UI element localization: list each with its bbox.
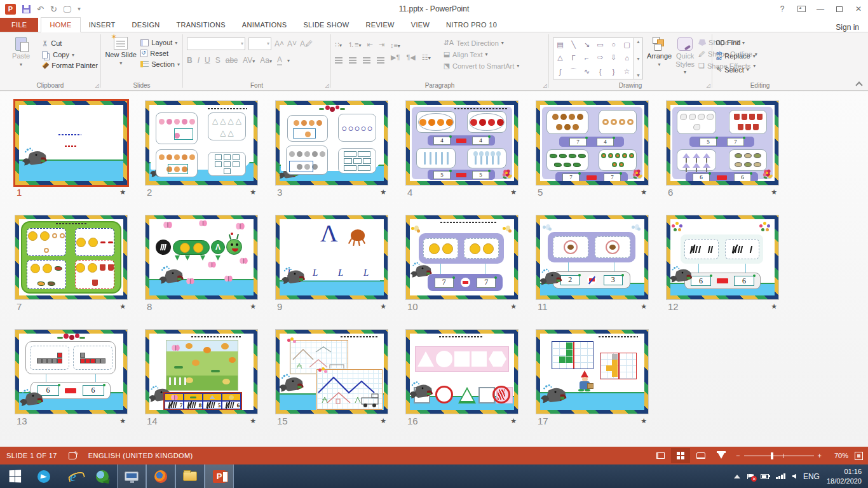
close-button[interactable]: ✕ (849, 2, 868, 16)
sign-in-link[interactable]: Sign in (836, 23, 868, 32)
zoom-slider[interactable] (744, 456, 814, 456)
tab-transitions[interactable]: TRANSITIONS (168, 18, 234, 32)
fit-slide-to-window-button[interactable] (855, 452, 863, 460)
rtl-paragraph-button[interactable]: ¶◀ (406, 53, 415, 62)
animation-star-icon[interactable] (510, 302, 517, 311)
convert-smartart-button[interactable]: ⬔Convert to SmartArt ▾ (444, 62, 520, 70)
ltr-paragraph-button[interactable]: ▶¶ (391, 53, 400, 62)
animation-star-icon[interactable] (250, 417, 256, 425)
equals-block[interactable] (717, 278, 728, 283)
bold-button[interactable]: B (187, 56, 193, 65)
count-box[interactable]: 6 (734, 276, 754, 286)
animation-star-icon[interactable] (510, 417, 517, 425)
slide-thumbnail-17[interactable] (536, 330, 648, 414)
italic-button[interactable]: I (198, 56, 200, 65)
clock[interactable]: 01:16 18/02/2020 (827, 467, 862, 485)
taskbar-firefox[interactable] (146, 464, 175, 488)
normal-view-button[interactable] (651, 448, 670, 463)
align-right-button[interactable] (363, 57, 370, 58)
slide-thumbnail-12[interactable]: 6 6 (667, 215, 778, 299)
quick-styles-button[interactable]: Quick Styles▾ (675, 35, 695, 80)
text-direction-button[interactable]: ⇵AText Direction ▾ (444, 39, 520, 47)
shadow-button[interactable]: S (215, 56, 220, 65)
clipboard-dialog-launcher[interactable]: ◿ (95, 83, 99, 88)
taskbar-powerpoint[interactable]: P (205, 464, 234, 488)
count-box[interactable]: 5 (472, 171, 489, 179)
input-language[interactable]: ENG (803, 472, 820, 481)
format-painter-button[interactable]: Format Painter (42, 62, 98, 69)
slide-thumbnail-7[interactable] (15, 215, 127, 299)
count-box[interactable]: 7 (477, 278, 496, 288)
replace-button[interactable]: abacReplace ▾ (716, 51, 756, 61)
slide-thumbnail-14[interactable]: 7 8 5 6 (146, 330, 257, 414)
columns-button[interactable]: ☷▾ (422, 53, 431, 62)
count-box[interactable]: 7 (604, 173, 621, 182)
tab-home[interactable]: HOME (41, 17, 80, 32)
font-dialog-launcher[interactable]: ◿ (325, 83, 329, 88)
battery-icon[interactable] (761, 474, 769, 479)
increase-font-icon[interactable]: A˄ (275, 39, 284, 48)
animation-star-icon[interactable] (641, 417, 647, 425)
tab-file[interactable]: FILE (0, 18, 38, 32)
select-button[interactable]: ⇖Select ▾ (716, 65, 756, 74)
animation-star-icon[interactable] (119, 417, 126, 425)
justify-button[interactable] (377, 57, 384, 58)
animation-star-icon[interactable] (510, 188, 517, 196)
count-box[interactable]: 3 (604, 275, 623, 285)
customize-qat-icon[interactable]: ▾ (78, 6, 81, 12)
equals-block[interactable] (65, 388, 76, 393)
animation-star-icon[interactable] (771, 188, 777, 196)
reading-view-button[interactable] (691, 448, 710, 463)
paste-button[interactable]: Paste▾ (4, 35, 38, 80)
equals-block[interactable] (717, 175, 727, 180)
increase-indent-button[interactable]: ⇥ (379, 41, 384, 49)
animation-star-icon[interactable] (380, 417, 386, 425)
clear-formatting-icon[interactable]: A🖉 (300, 39, 313, 48)
count-box[interactable]: 7 (435, 278, 454, 288)
animation-star-icon[interactable] (380, 188, 386, 196)
animation-star-icon[interactable] (641, 302, 647, 311)
shapes-gallery-scrollbar[interactable]: ▲▼▼ (634, 37, 643, 79)
slide-thumbnail-16[interactable] (406, 330, 518, 414)
slide-thumbnail-3[interactable]: ○○ ○○○ (276, 101, 388, 185)
find-button[interactable]: Find (716, 39, 756, 46)
taskbar-download-manager[interactable] (88, 464, 117, 488)
underline-button[interactable]: U (205, 56, 210, 65)
count-box[interactable]: 4 (597, 138, 614, 146)
equals-block[interactable] (587, 175, 597, 180)
font-size-combo[interactable] (248, 37, 271, 50)
save-icon[interactable] (22, 5, 31, 13)
font-color-button[interactable]: A (277, 55, 282, 65)
restore-button[interactable] (830, 2, 849, 16)
tab-review[interactable]: REVIEW (358, 18, 403, 32)
align-text-button[interactable]: ⬓Align Text ▾ (444, 50, 520, 58)
minimize-button[interactable]: — (811, 2, 830, 16)
copy-button[interactable]: Copy ▾ (42, 51, 98, 58)
slide-thumbnail-5[interactable]: 7 4 7 7 (536, 101, 648, 185)
drawing-dialog-launcher[interactable]: ◿ (707, 83, 710, 88)
slide-indicator[interactable]: SLIDE 1 OF 17 (6, 452, 57, 459)
char-spacing-button[interactable]: AV▾ (243, 56, 255, 65)
new-slide-button[interactable]: New Slide▾ (105, 35, 137, 80)
line-spacing-button[interactable]: ↕≡▾ (390, 41, 400, 49)
count-box[interactable]: 6 (734, 173, 751, 182)
slide-thumbnail-2[interactable]: △△△ △△△ (146, 101, 257, 185)
equals-block[interactable] (456, 139, 466, 143)
arrange-button[interactable]: Arrange▾ (647, 35, 672, 80)
zoom-out-button[interactable]: − (736, 452, 740, 459)
taskbar-onscreen-keyboard[interactable] (117, 464, 146, 488)
equals-block[interactable] (456, 173, 466, 177)
tab-nitro-pro[interactable]: NITRO PRO 10 (438, 18, 505, 32)
count-box[interactable]: 7 (562, 173, 580, 182)
tab-view[interactable]: VIEW (403, 18, 438, 32)
animation-star-icon[interactable] (119, 302, 126, 311)
count-box[interactable]: 6 (83, 385, 104, 396)
language-indicator[interactable]: ENGLISH (UNITED KINGDOM) (88, 452, 193, 459)
collapse-ribbon-button[interactable] (855, 81, 862, 88)
decrease-font-icon[interactable]: A˅ (287, 39, 297, 48)
tab-slideshow[interactable]: SLIDE SHOW (295, 18, 357, 32)
paragraph-dialog-launcher[interactable]: ◿ (543, 83, 547, 88)
tab-animations[interactable]: ANIMATIONS (234, 18, 295, 32)
animation-star-icon[interactable] (250, 302, 256, 311)
tab-insert[interactable]: INSERT (81, 18, 124, 32)
